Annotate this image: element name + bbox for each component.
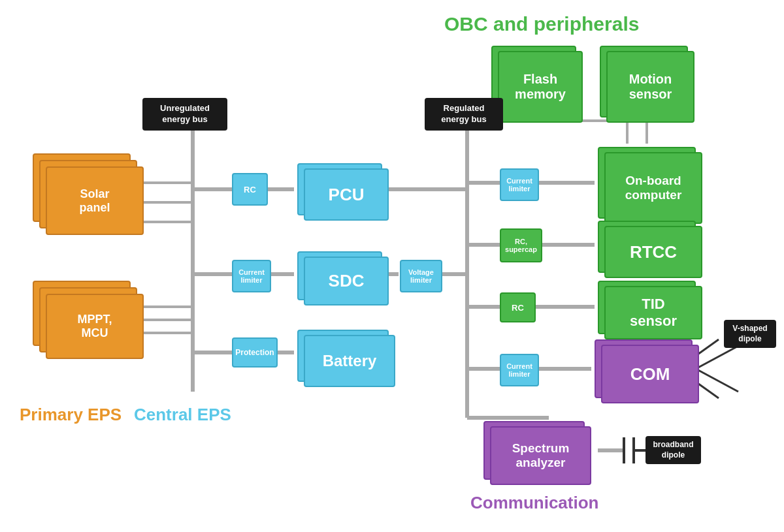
regulated-bus-label: Regulated energy bus: [425, 98, 503, 131]
svg-line-33: [696, 382, 719, 398]
com-box: COM: [601, 345, 699, 403]
svg-line-31: [696, 339, 719, 356]
current-limiter-obc-label: Current limiter: [501, 177, 538, 193]
mppt-mcu-box: MPPT, MCU: [46, 294, 144, 359]
current-limiter-sdc-box: Current limiter: [232, 260, 271, 292]
battery-box: Battery: [304, 335, 395, 387]
rtcc-box: RTCC: [604, 226, 702, 278]
rc-tid-label: RC: [512, 303, 524, 313]
mppt-mcu-label: MPPT, MCU: [77, 313, 112, 340]
flash-memory-box: Flash memory: [498, 51, 583, 123]
rc-supercap-label: RC, supercap: [501, 238, 541, 253]
current-limiter-com-label: Current limiter: [501, 362, 538, 378]
tid-sensor-label: TID sensor: [630, 296, 677, 330]
svg-line-34: [696, 369, 738, 392]
spectrum-analyzer-box: Spectrum analyzer: [490, 426, 591, 485]
unregulated-bus-label: Unregulated energy bus: [142, 98, 227, 131]
central-eps-label: Central EPS: [134, 405, 231, 425]
sdc-label: SDC: [329, 271, 365, 291]
primary-eps-label: Primary EPS: [20, 405, 122, 425]
protection-box: Protection: [232, 337, 278, 368]
tid-sensor-box: TID sensor: [604, 286, 702, 339]
voltage-limiter-box: Voltage limiter: [400, 260, 442, 292]
obc-label: OBC and peripherals: [444, 13, 639, 35]
voltage-limiter-label: Voltage limiter: [401, 268, 441, 284]
obc-box: On-board computer: [604, 152, 702, 224]
rc-supercap-box: RC, supercap: [500, 228, 542, 262]
rtcc-label: RTCC: [630, 242, 677, 262]
motion-sensor-box: Motion sensor: [606, 51, 694, 123]
flash-memory-label: Flash memory: [515, 72, 566, 102]
battery-label: Battery: [323, 352, 377, 370]
spectrum-analyzer-label: Spectrum analyzer: [512, 441, 570, 470]
pcu-label: PCU: [329, 185, 365, 205]
protection-label: Protection: [235, 348, 274, 357]
sdc-box: SDC: [304, 257, 389, 305]
pcu-box: PCU: [304, 168, 389, 221]
com-label: COM: [630, 364, 670, 384]
rc-tid-box: RC: [500, 292, 536, 322]
current-limiter-com-box: Current limiter: [500, 354, 539, 386]
solar-panel-box: Solar panel: [46, 166, 144, 235]
v-dipole-label: V-shaped dipole: [724, 320, 776, 348]
rc-pcu-label: RC: [244, 185, 256, 195]
solar-panel-label: Solar panel: [79, 187, 110, 215]
rc-pcu-box: RC: [232, 173, 268, 206]
current-limiter-sdc-label: Current limiter: [233, 268, 270, 284]
svg-line-32: [696, 346, 738, 369]
communication-label: Communication: [470, 493, 598, 513]
obc-label: On-board computer: [625, 174, 682, 202]
broadband-dipole-label: broadband dipole: [645, 436, 701, 464]
current-limiter-obc-box: Current limiter: [500, 168, 539, 201]
motion-sensor-label: Motion sensor: [629, 72, 672, 102]
